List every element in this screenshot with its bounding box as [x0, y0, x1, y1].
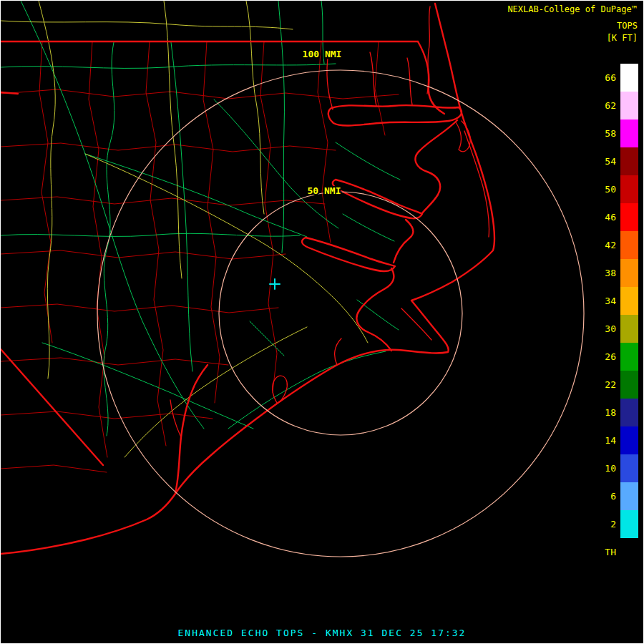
radar-site-marker — [270, 279, 280, 289]
ring-50nmi — [219, 192, 462, 435]
scale-level-row: 34 — [593, 287, 638, 315]
scale-swatch — [620, 203, 638, 231]
scale-swatch — [620, 482, 638, 510]
scale-level-row: 2 — [593, 510, 638, 538]
scale-level-label: 14 — [593, 435, 620, 446]
scale-swatch — [620, 119, 638, 147]
color-scale: 66 62 58 54 50 46 42 38 34 30 26 22 18 1… — [593, 64, 638, 566]
scale-level-label: TH — [593, 547, 620, 557]
scale-level-label: 50 — [593, 184, 620, 195]
highways-layer — [1, 1, 368, 457]
ring-label-50nmi: 50 NMI — [308, 185, 341, 196]
brand-name: NEXLAB-College of DuPage — [507, 4, 631, 14]
product-title: ENHANCED ECHO TOPS - KMHX 31 DEC 25 17:3… — [178, 628, 467, 638]
scale-level-label: 22 — [593, 379, 620, 390]
scale-level-row: 46 — [593, 203, 638, 231]
scale-level-row: TH — [593, 538, 638, 566]
ring-label-100nmi: 100 NMI — [303, 49, 342, 59]
scale-level-row: 66 — [593, 64, 638, 92]
scale-swatch — [620, 259, 638, 287]
scale-level-row: 26 — [593, 343, 638, 371]
scale-swatch — [620, 92, 638, 119]
scale-level-row: 10 — [593, 454, 638, 482]
scale-level-label: 54 — [593, 156, 620, 167]
scale-level-label: 2 — [593, 519, 620, 530]
scale-swatch — [620, 538, 638, 566]
scale-level-row: 18 — [593, 399, 638, 426]
scale-level-label: 18 — [593, 407, 620, 418]
scale-level-row: 58 — [593, 119, 638, 147]
scale-level-label: 42 — [593, 240, 620, 250]
scale-level-label: 38 — [593, 268, 620, 278]
trademark-icon: ™ — [632, 4, 637, 14]
scale-level-row: 30 — [593, 315, 638, 343]
scale-swatch — [620, 147, 638, 175]
scale-level-row: 42 — [593, 231, 638, 259]
scale-swatch — [620, 287, 638, 315]
scale-swatch — [620, 64, 638, 92]
scale-level-label: 26 — [593, 351, 620, 362]
coastlines-layer — [1, 4, 494, 554]
scale-level-label: 58 — [593, 128, 620, 139]
scale-level-label: 6 — [593, 491, 620, 502]
scale-swatch — [620, 399, 638, 426]
brand-text: NEXLAB-College of DuPage™ — [507, 4, 637, 14]
scale-title: TOPS [K FT] — [607, 20, 638, 44]
scale-title-line1: TOPS — [607, 20, 638, 32]
radar-map: 50 NMI 100 NMI — [1, 1, 644, 644]
scale-swatch — [620, 231, 638, 259]
scale-level-row: 38 — [593, 259, 638, 287]
scale-level-row: 50 — [593, 175, 638, 203]
ring-100nmi — [97, 70, 584, 557]
range-rings — [97, 70, 584, 557]
scale-swatch — [620, 343, 638, 371]
scale-level-row: 62 — [593, 92, 638, 119]
scale-level-row: 14 — [593, 426, 638, 454]
roads-layer — [1, 1, 400, 436]
scale-level-row: 22 — [593, 371, 638, 399]
scale-level-row: 54 — [593, 147, 638, 175]
scale-level-label: 34 — [593, 296, 620, 306]
scale-level-label: 66 — [593, 72, 620, 83]
scale-title-line2: [K FT] — [607, 32, 638, 44]
scale-level-label: 30 — [593, 323, 620, 334]
scale-swatch — [620, 371, 638, 399]
scale-swatch — [620, 175, 638, 203]
scale-level-label: 46 — [593, 212, 620, 223]
scale-swatch — [620, 454, 638, 482]
scale-level-label: 62 — [593, 100, 620, 111]
scale-swatch — [620, 510, 638, 538]
scale-level-label: 10 — [593, 463, 620, 474]
radar-display: { "window": {"width": 900, "height": 900… — [0, 0, 644, 644]
scale-swatch — [620, 426, 638, 454]
scale-swatch — [620, 315, 638, 343]
scale-level-row: 6 — [593, 482, 638, 510]
